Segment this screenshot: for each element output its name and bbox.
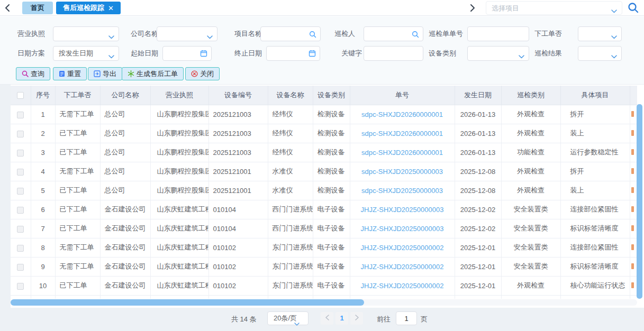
filter-result-select[interactable] — [578, 46, 622, 61]
cell-device-code: 2025121003 — [208, 143, 268, 162]
cell-category: 安全装置类 — [501, 238, 560, 257]
export-button[interactable]: 导出 — [88, 67, 122, 80]
table-row: 8 无需下工单 金石建设公司 山东庆虹建筑工程有限公司 010102 东门门进系… — [11, 238, 637, 257]
vertical-scrollbar[interactable] — [637, 104, 642, 299]
filter-end-date-input[interactable] — [266, 46, 320, 61]
order-link[interactable]: sdpc-SHXJD20260000001 — [361, 149, 443, 157]
tabs-scroll-right-icon[interactable] — [470, 4, 475, 13]
cell-device-name: 东门门进系统 — [268, 276, 313, 295]
header-license: 营业执照 — [150, 86, 208, 105]
cell-device-code: 2025121003 — [208, 105, 268, 124]
row-checkbox[interactable] — [17, 264, 24, 271]
cell-device-code: 2025121001 — [208, 181, 268, 200]
cell-no: 1 — [31, 105, 55, 124]
chevron-down-icon — [611, 7, 617, 15]
header-device-code: 设备编号 — [208, 86, 268, 105]
cell-date: 2026-01-13 — [455, 143, 501, 162]
cell-company: 金石建设公司 — [100, 276, 150, 295]
cell-company: 金石建设公司 — [100, 238, 150, 257]
prev-page-button[interactable] — [321, 312, 333, 325]
table-row: 9 无需下工单 金石建设公司 山东庆虹建筑工程有限公司 010102 东门门进系… — [11, 257, 637, 276]
filter-keyword-text[interactable] — [369, 47, 410, 60]
tab-close-icon[interactable]: ✕ — [108, 5, 114, 12]
row-checkbox[interactable] — [17, 245, 24, 252]
generate-work-order-button[interactable]: 生成售后工单 — [122, 67, 184, 80]
top-search-icon[interactable] — [628, 2, 639, 14]
filter-inspector-input[interactable] — [364, 26, 423, 41]
filter-inspector-text[interactable] — [369, 27, 410, 41]
filter-end-date-text[interactable] — [271, 47, 303, 60]
calendar-icon[interactable] — [309, 50, 316, 59]
cell-date: 2026-01-13 — [455, 124, 501, 143]
next-page-button[interactable] — [350, 312, 363, 325]
search-icon[interactable] — [412, 31, 419, 40]
cell-item: 拆开 — [560, 105, 630, 124]
row-checkbox[interactable] — [17, 207, 24, 214]
horizontal-scrollbar-thumb[interactable] — [11, 299, 364, 306]
cell-device-name: 经纬仪 — [268, 124, 313, 143]
row-checkbox[interactable] — [17, 150, 24, 157]
cell-license: 山东庆虹建筑工程有限公司 — [150, 257, 208, 276]
close-circle-icon — [191, 70, 198, 77]
clipped-cell — [631, 225, 634, 231]
cell-work-order: 已下工单 — [55, 295, 100, 299]
filter-license-select[interactable] — [53, 26, 119, 41]
project-select-input[interactable] — [492, 2, 603, 14]
row-checkbox[interactable] — [17, 188, 24, 195]
order-link[interactable]: sdpc-SHXJD20250000003 — [361, 187, 443, 195]
filter-keyword-input[interactable] — [364, 46, 423, 61]
row-checkbox[interactable] — [17, 131, 24, 137]
table-left-gutter — [0, 85, 11, 308]
filter-device-type-label: 设备类别 — [429, 46, 456, 61]
cell-device-type: 电子设备 — [313, 238, 350, 257]
goto-page-input[interactable] — [396, 311, 417, 325]
order-link[interactable]: JHJZ-SHXJD20250000003 — [361, 225, 444, 233]
filter-start-date-input[interactable] — [162, 46, 212, 61]
order-link[interactable]: JHJZ-SHXJD20250000003 — [361, 206, 444, 214]
filter-work-order-label: 下工单否 — [534, 26, 562, 41]
tab-home[interactable]: 首页 — [22, 2, 53, 14]
cell-work-order: 已下工单 — [55, 219, 100, 238]
order-link[interactable]: JHJZ-SHXJD20250000002 — [361, 282, 444, 290]
filter-device-type-select[interactable] — [467, 46, 529, 61]
filter-work-order-select[interactable] — [578, 26, 622, 41]
cell-license: 山东庆虹建筑工程有限公司 — [150, 276, 208, 295]
row-checkbox[interactable] — [17, 283, 24, 290]
order-link[interactable]: sdpc-SHXJD20250000003 — [361, 168, 443, 176]
row-checkbox[interactable] — [17, 169, 24, 176]
page-size-select[interactable]: 20条/页 — [267, 311, 309, 325]
filter-order-no-text[interactable] — [473, 27, 515, 41]
search-icon[interactable] — [309, 31, 316, 40]
select-all-checkbox[interactable] — [17, 92, 24, 99]
row-checkbox[interactable] — [17, 226, 24, 233]
table-row: 6 已下工单 金石建设公司 山东庆虹建筑工程有限公司 010104 西门门进系统… — [11, 200, 637, 219]
row-checkbox[interactable] — [17, 112, 24, 118]
order-link[interactable]: JHJZ-SHXJD20250000002 — [361, 263, 444, 271]
filter-start-date-text[interactable] — [168, 47, 197, 60]
cell-item: 装上 — [560, 181, 630, 200]
current-page[interactable]: 1 — [335, 312, 348, 325]
order-link[interactable]: sdpc-SHXJD20260000001 — [361, 111, 443, 118]
search-button[interactable]: 查询 — [16, 67, 50, 80]
calendar-icon[interactable] — [200, 50, 207, 59]
filter-company-select[interactable] — [157, 26, 217, 41]
cell-work-order: 无需下工单 — [55, 238, 100, 257]
search-icon — [22, 70, 29, 77]
tabs-scroll-left-icon[interactable] — [5, 4, 10, 13]
filter-date-plan-select[interactable]: 按发生日期 — [53, 46, 119, 61]
tab-after-sales-inspection[interactable]: 售后巡检跟踪 ✕ — [56, 2, 121, 14]
project-select[interactable] — [486, 1, 622, 15]
reset-button[interactable]: 重置 — [53, 67, 87, 80]
filter-project-input[interactable] — [260, 26, 321, 41]
order-link[interactable]: sdpc-SHXJD20260000001 — [361, 130, 443, 137]
horizontal-scrollbar-track[interactable] — [11, 299, 637, 306]
cell-device-name: 东门门进系统 — [268, 295, 313, 299]
close-button[interactable]: 关闭 — [185, 67, 220, 80]
filter-order-no-input[interactable] — [467, 26, 529, 41]
cell-date: 2025-12-02 — [455, 200, 501, 219]
cell-date: 2026-01-13 — [455, 105, 501, 124]
cell-device-code: 010104 — [208, 219, 268, 238]
order-link[interactable]: JHJZ-SHXJD20250000002 — [361, 244, 444, 252]
filter-project-text[interactable] — [266, 27, 307, 41]
cell-date: 2025-12-01 — [455, 276, 501, 295]
